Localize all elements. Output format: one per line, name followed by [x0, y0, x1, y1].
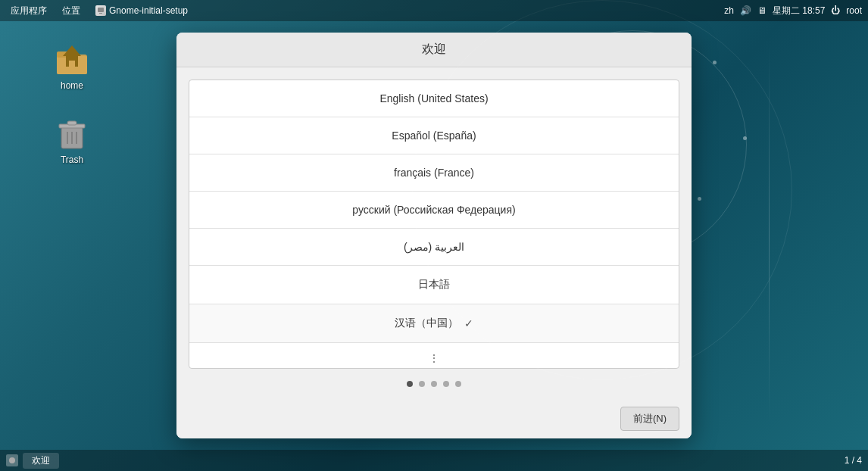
taskbar-top: 应用程序 位置 Gnome-initial-setup zh 🔊 🖥 星期二 1… [0, 0, 868, 21]
app-menu-button[interactable]: 应用程序 [5, 0, 53, 21]
language-list: English (United States) Español (España)… [189, 80, 679, 369]
datetime[interactable]: 星期二 18:57 [773, 5, 825, 17]
lang-item-ru[interactable]: русский (Российская Федерация) [189, 192, 679, 229]
dot-5 [455, 381, 461, 387]
power-icon[interactable]: ⏻ [831, 5, 840, 16]
dot-3 [431, 381, 437, 387]
taskbar-bottom-right: 1 / 4 [845, 455, 868, 466]
location-menu-button[interactable]: 位置 [56, 0, 86, 21]
volume-icon[interactable]: 🔊 [740, 5, 751, 16]
lang-item-es[interactable]: Español (España) [189, 117, 679, 154]
lang-more-dots: ⋮ [429, 352, 439, 364]
dialog-content: English (United States) Español (España)… [176, 67, 692, 399]
lang-label-en: English (United States) [379, 92, 488, 104]
taskbar-left: 应用程序 位置 Gnome-initial-setup [0, 0, 188, 21]
check-mark-zh: ✓ [464, 317, 473, 329]
locale-indicator[interactable]: zh [724, 5, 734, 16]
window-icon [95, 5, 106, 16]
lang-label-ru: русский (Российская Федерация) [352, 204, 515, 216]
lang-item-fr[interactable]: français (France) [189, 154, 679, 192]
lang-item-more[interactable]: ⋮ [189, 343, 679, 368]
user-name[interactable]: root [846, 5, 862, 16]
window-title-area: Gnome-initial-setup [89, 5, 188, 16]
dot-1 [407, 381, 413, 387]
lang-label-ar: العربية (مصر) [404, 241, 464, 253]
pagination-dots [407, 381, 461, 387]
dialog-overlay: 欢迎 English (United States) Español (Espa… [0, 21, 868, 450]
taskbar-bottom: 欢迎 1 / 4 [0, 450, 868, 471]
lang-item-en[interactable]: English (United States) [189, 80, 679, 117]
bottom-app-icon [6, 454, 18, 466]
next-button[interactable]: 前进(N) [620, 407, 679, 431]
page-counter: 1 / 4 [845, 455, 862, 466]
dialog-footer: 前进(N) [176, 399, 692, 438]
window-title-text: Gnome-initial-setup [109, 5, 188, 16]
lang-label-zh: 汉语（中国） [395, 317, 458, 330]
dialog-header: 欢迎 [176, 33, 692, 67]
lang-label-es: Español (España) [392, 129, 476, 142]
lang-label-fr: français (France) [394, 167, 474, 179]
svg-rect-1 [99, 13, 102, 14]
network-icon[interactable]: 🖥 [757, 5, 767, 16]
svg-point-15 [9, 457, 15, 463]
dot-2 [419, 381, 425, 387]
welcome-dialog: 欢迎 English (United States) Español (Espa… [176, 33, 692, 438]
lang-item-zh[interactable]: 汉语（中国） ✓ [189, 304, 679, 343]
language-list-inner[interactable]: English (United States) Español (España)… [189, 80, 679, 368]
bottom-window-title[interactable]: 欢迎 [23, 453, 59, 469]
dialog-title: 欢迎 [422, 42, 446, 55]
lang-item-ja[interactable]: 日本語 [189, 266, 679, 304]
lang-label-ja: 日本語 [418, 278, 450, 292]
taskbar-right: zh 🔊 🖥 星期二 18:57 ⏻ root [724, 5, 868, 17]
lang-item-ar[interactable]: العربية (مصر) [189, 229, 679, 266]
taskbar-bottom-left: 欢迎 [0, 453, 59, 469]
svg-rect-0 [98, 8, 104, 12]
dot-4 [443, 381, 449, 387]
